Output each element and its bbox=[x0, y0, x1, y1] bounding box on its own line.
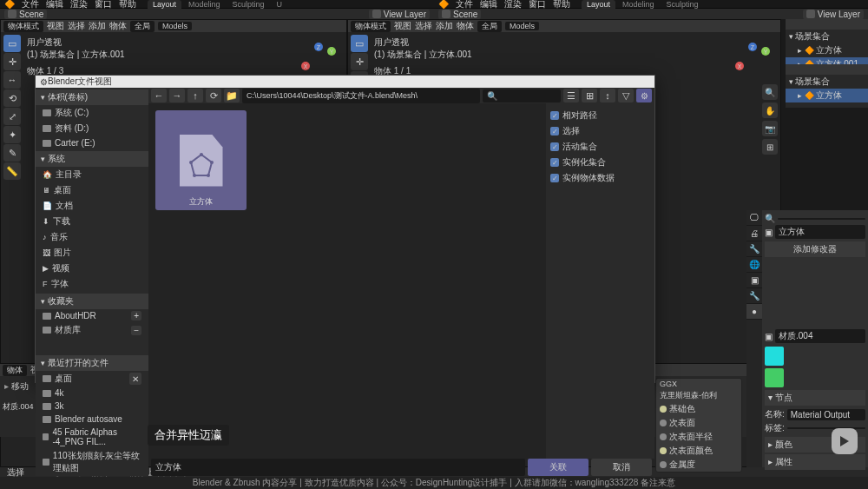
prop-tab-material[interactable]: ● bbox=[746, 304, 762, 320]
view-thumb[interactable]: ⊞ bbox=[582, 89, 597, 102]
filename-field[interactable]: 立方体 bbox=[151, 459, 525, 476]
new-folder[interactable]: 📁 bbox=[224, 89, 240, 102]
grid-icon[interactable]: ⊞ bbox=[762, 139, 778, 155]
volumes-hd[interactable]: ▾ 体积(卷标) bbox=[36, 89, 148, 105]
mat-preview-2[interactable] bbox=[765, 368, 784, 387]
recent-2[interactable]: 3k bbox=[36, 400, 148, 413]
prop-tab-output[interactable]: 🖨 bbox=[746, 226, 762, 241]
nav-gizmo-2[interactable]: X Y Z bbox=[735, 43, 770, 77]
nav-fwd[interactable]: → bbox=[169, 89, 185, 102]
attr-section[interactable]: ▸ 属性 bbox=[765, 454, 865, 470]
vp-menu-view[interactable]: 视图 bbox=[47, 20, 64, 32]
sys-desktop[interactable]: 🖥 桌面 bbox=[36, 182, 148, 198]
view-list[interactable]: ☰ bbox=[563, 89, 579, 102]
nav-refresh[interactable]: ⟳ bbox=[206, 89, 221, 102]
sock-metal[interactable]: 金属度 bbox=[656, 458, 741, 472]
video-play-icon[interactable] bbox=[832, 428, 858, 454]
nodes-section[interactable]: ▾ 节点 bbox=[765, 390, 865, 406]
vp-menu-object-2[interactable]: 物体 bbox=[457, 20, 474, 32]
sock-subc[interactable]: 次表面颜色 bbox=[656, 444, 741, 458]
link-button[interactable]: 关联 bbox=[528, 459, 589, 476]
prop-tab-scene[interactable]: 🔧 bbox=[746, 241, 762, 257]
prop-tab-modifier[interactable]: 🔧 bbox=[746, 288, 762, 304]
models-dd-2[interactable]: Models bbox=[505, 22, 539, 30]
fav-hdr[interactable]: AboutHDR+ bbox=[36, 309, 148, 322]
sort-btn[interactable]: ↕ bbox=[600, 89, 615, 102]
camera-icon[interactable]: 📷 bbox=[762, 121, 778, 136]
fav-mat[interactable]: 材质库− bbox=[36, 322, 148, 338]
mode-select[interactable]: 物体模式 bbox=[3, 21, 43, 32]
viewlayer-selector-2[interactable]: View Layer bbox=[803, 10, 864, 19]
add-modifier-btn[interactable]: 添加修改器 bbox=[765, 241, 865, 257]
orientation[interactable]: 全局 bbox=[130, 21, 155, 32]
tool-annotate[interactable]: ✎ bbox=[3, 144, 21, 162]
tool-measure[interactable]: 📏 bbox=[3, 162, 21, 180]
sys-dl[interactable]: ⬇ 下载 bbox=[36, 214, 148, 229]
prop-tab-world[interactable]: 🌐 bbox=[746, 257, 762, 273]
outliner-scene[interactable]: ▾ 场景集合 bbox=[786, 30, 868, 43]
sys-docs[interactable]: 📄 文档 bbox=[36, 198, 148, 214]
sys-music[interactable]: ♪ 音乐 bbox=[36, 229, 148, 245]
filter-btn[interactable]: ▽ bbox=[618, 89, 634, 102]
opt-select[interactable]: ✓ bbox=[550, 127, 559, 135]
system-hd[interactable]: ▾ 系统 bbox=[36, 151, 148, 167]
tab-uv[interactable]: U bbox=[272, 0, 288, 9]
sys-pics[interactable]: 🖼 图片 bbox=[36, 245, 148, 261]
nav-back[interactable]: ← bbox=[151, 89, 167, 102]
outliner-scene-2[interactable]: ▾ 场景集合 bbox=[786, 75, 868, 89]
drive-e[interactable]: Carter (E:) bbox=[36, 136, 148, 149]
tool-rotate[interactable]: ⟲ bbox=[3, 89, 21, 107]
drive-d[interactable]: 资料 (D:) bbox=[36, 121, 148, 136]
orientation-2[interactable]: 全局 bbox=[477, 21, 502, 32]
vp-menu-select[interactable]: 选择 bbox=[68, 20, 85, 32]
tab-sculpting[interactable]: Sculpting bbox=[227, 0, 270, 9]
mode-select-2[interactable]: 物体模式 bbox=[351, 21, 391, 32]
vp-menu-object[interactable]: 物体 bbox=[109, 20, 127, 32]
sock-base[interactable]: 基础色 bbox=[656, 402, 741, 416]
path-field[interactable]: C:\Users\10044\Desktop\测试文件-A.blend\Mesh… bbox=[242, 89, 480, 103]
sys-vid[interactable]: ▶ 视频 bbox=[36, 261, 148, 276]
tool-scale[interactable]: ⤢ bbox=[3, 108, 21, 125]
drive-c[interactable]: 系统 (C:) bbox=[36, 105, 148, 121]
obj-name-field[interactable]: 立方体 bbox=[775, 225, 865, 239]
tab-layout-2[interactable]: Layout bbox=[582, 0, 615, 9]
tab-modeling-2[interactable]: Modeling bbox=[617, 0, 660, 9]
recent-3[interactable]: Blender autosave bbox=[36, 413, 148, 426]
cancel-button[interactable]: 取消 bbox=[591, 459, 652, 476]
tab-modeling[interactable]: Modeling bbox=[183, 0, 226, 9]
scene-selector[interactable]: Scene bbox=[4, 10, 47, 19]
recent-4[interactable]: 45 Fabric Alphas -4_PNG FIL... bbox=[36, 426, 148, 448]
prop-tab-render[interactable]: 🖵 bbox=[746, 210, 762, 226]
node-mode[interactable]: 物体 bbox=[3, 365, 27, 376]
sock-sub[interactable]: 次表面 bbox=[656, 416, 741, 430]
fav-hd[interactable]: ▾ 收藏夹 bbox=[36, 294, 148, 309]
sys-home[interactable]: 🏠 主目录 bbox=[36, 167, 148, 182]
hand-icon[interactable]: ✋ bbox=[762, 102, 778, 118]
mat-name-field[interactable]: 材质.004 bbox=[775, 329, 865, 343]
settings-btn[interactable]: ⚙ bbox=[636, 89, 652, 102]
recent-5[interactable]: 110张划痕刻-灰尘等纹理贴图 bbox=[36, 448, 148, 476]
zoom-icon[interactable]: 🔍 bbox=[762, 84, 778, 100]
search-icon[interactable]: 🔍 bbox=[765, 214, 775, 223]
tool-cursor[interactable]: ✛ bbox=[3, 53, 21, 70]
search-field[interactable] bbox=[778, 218, 865, 220]
tool-move[interactable]: ↔ bbox=[3, 71, 21, 89]
vp-menu-select-2[interactable]: 选择 bbox=[415, 20, 432, 32]
outliner-item[interactable]: ▸ 🔶 立方体 bbox=[786, 43, 868, 57]
recent-1[interactable]: 4k bbox=[36, 387, 148, 400]
vp-menu-view-2[interactable]: 视图 bbox=[394, 20, 411, 32]
tool-select-2[interactable]: ▭ bbox=[351, 35, 368, 52]
vp-menu-add[interactable]: 添加 bbox=[89, 20, 106, 32]
ggx-dd[interactable]: GGX bbox=[656, 379, 741, 389]
tab-layout[interactable]: Layout bbox=[148, 0, 181, 9]
sys-fonts[interactable]: F 字体 bbox=[36, 276, 148, 292]
viewlayer-selector[interactable]: View Layer bbox=[369, 10, 430, 19]
opt-inst-obj[interactable]: ✓ bbox=[550, 174, 559, 182]
mat-preview-1[interactable] bbox=[765, 347, 784, 366]
nav-up[interactable]: ↑ bbox=[187, 89, 203, 102]
opt-relpath[interactable]: ✓ bbox=[550, 111, 559, 120]
opt-active[interactable]: ✓ bbox=[550, 142, 559, 151]
recent-hd[interactable]: ▾ 最近打开的文件 bbox=[36, 355, 148, 371]
fav-add-btn[interactable]: + bbox=[131, 311, 141, 320]
scene-selector-2[interactable]: Scene bbox=[438, 10, 481, 19]
